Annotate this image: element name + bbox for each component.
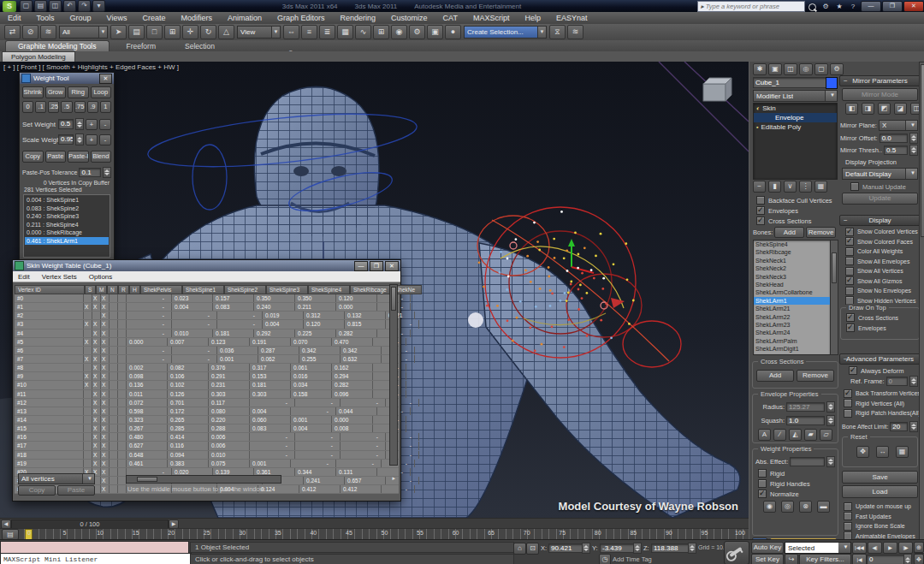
checkbox-row[interactable]: Back Transform Vertices (844, 389, 920, 398)
checkbox-row[interactable]: Show No Envelopes (845, 287, 920, 295)
y-coordinate-field[interactable]: -3.439 (600, 543, 636, 553)
checkbox-row[interactable]: Show Colored Faces (845, 237, 920, 246)
manual-update-row[interactable]: Manual Update (850, 182, 906, 191)
bone-list-item[interactable]: ShekNeck2 (754, 264, 830, 272)
checkbox-icon[interactable] (844, 389, 852, 398)
menu-item[interactable]: MAXScript (465, 12, 518, 24)
select-and-link-icon[interactable]: ⇄ (4, 25, 21, 39)
object-name-field[interactable]: Cube_1 (753, 77, 828, 88)
checkbox-icon[interactable] (845, 247, 854, 256)
checkbox-row[interactable]: Fast Updates (844, 512, 920, 520)
menu-item[interactable]: Graph Editors (270, 12, 333, 24)
modifier-stack-item[interactable]: Envelope (754, 113, 837, 122)
checkbox-icon[interactable] (758, 469, 767, 478)
select-by-name-icon[interactable]: ▤ (128, 25, 145, 39)
menu-item[interactable]: Create (134, 12, 173, 24)
time-ruler[interactable]: ▤ 05101520253035404550556065707580859095… (0, 528, 749, 540)
close-icon[interactable]: ✕ (99, 74, 112, 84)
display-tab[interactable]: ▢ (814, 63, 828, 75)
abs-effect-field[interactable] (790, 457, 825, 466)
ribbon-tab[interactable]: Selection (173, 41, 227, 51)
save-file-icon[interactable]: ◫ (49, 0, 62, 12)
checkbox-row[interactable]: Show Colored Vertices (845, 228, 920, 236)
weight-table-row[interactable]: #2 X - - - 0.019 0.312 0.132 0.421 (15, 312, 399, 320)
communication-icon[interactable]: ★ (833, 2, 845, 11)
weight-preset-button[interactable]: .1 (35, 101, 46, 113)
current-frame-field[interactable]: 0 (867, 555, 906, 564)
scale-up-button[interactable]: + (86, 134, 98, 145)
ref-frame-spinner[interactable] (909, 376, 918, 387)
search-binoculars-icon[interactable] (806, 2, 818, 11)
make-unique-icon[interactable]: ∨ (784, 181, 797, 193)
menu-item[interactable]: EASYnat (548, 12, 595, 24)
column-header[interactable]: ShekSpine1 (182, 285, 224, 294)
radius-field[interactable]: 125.27 (786, 402, 825, 412)
checkbox-row[interactable]: Backface Cull Vertices (756, 196, 838, 205)
redo-icon[interactable]: ↷ (78, 0, 91, 12)
info-center-search[interactable]: ▸ Type a keyword or phrase (697, 1, 805, 12)
curve-editor-icon[interactable]: ∿ (355, 25, 371, 39)
menu-item[interactable]: Tools (29, 12, 62, 24)
schematic-view-icon[interactable]: ⊞ (373, 25, 389, 39)
bone-list-item[interactable]: ShekHead (754, 281, 830, 288)
weight-table-menu-item[interactable]: Edit (18, 273, 30, 281)
reset-selected-bone-icon[interactable]: ↔ (876, 446, 889, 458)
checkbox-row[interactable]: Envelopes (846, 324, 919, 332)
selection-set-dropdown[interactable]: Selected▼ (785, 542, 851, 554)
checkbox-icon[interactable] (845, 287, 854, 295)
selection-lock-icon[interactable]: ⌂ (513, 543, 526, 555)
graphite-toggle-icon[interactable]: ▦ (337, 25, 353, 39)
bone-list-item[interactable]: ShekLArm24 (754, 329, 830, 336)
weight-table-row[interactable]: #15 X X 0.267 0.285 0.288 0.083 0.004 0.… (15, 424, 399, 433)
ribbon-tab[interactable]: Graphite Modeling Tools (5, 40, 110, 51)
set-key-button[interactable]: Set Key (751, 554, 784, 564)
zoom-icon[interactable]: ⊕ (914, 542, 924, 553)
maximize-icon[interactable]: ❐ (370, 261, 383, 271)
checkbox-row[interactable]: Cross Sections (756, 217, 838, 225)
weight-preset-button[interactable]: .25 (48, 101, 59, 113)
window-crossing-icon[interactable]: ⊞ (164, 25, 181, 39)
ribbon-collapse-button[interactable]: ▾ (289, 42, 303, 50)
weight-table-row[interactable]: #12 X X 0.072 0.701 0.117 - - - - (15, 399, 399, 407)
scroll-right-icon[interactable]: ▸ (392, 475, 395, 482)
vertical-scrollbar[interactable] (389, 284, 398, 466)
weight-preset-button[interactable]: 0 (22, 101, 33, 113)
menu-item[interactable]: Modifiers (173, 12, 220, 24)
checkbox-icon[interactable] (758, 490, 767, 498)
checkbox-row[interactable]: Show All Vertices (845, 267, 920, 276)
maxscript-mini-listener-output[interactable]: MAXScript Mini Listener (0, 553, 192, 564)
absolute-effect-icon[interactable]: A (758, 429, 771, 441)
remove-modifier-icon[interactable]: ⋮ (799, 181, 812, 193)
project-folder-icon[interactable]: ▾ (92, 0, 105, 12)
vertex-weight-item[interactable]: 0.461 : ShekLArm1 (25, 237, 109, 246)
auto-key-button[interactable]: Auto Key (751, 542, 784, 554)
copy-paste-button[interactable]: Paste-Pos (68, 151, 89, 163)
bone-list-item[interactable]: ShekLArmPalm (754, 337, 830, 345)
include-vertices-icon[interactable]: ◎ (781, 501, 794, 513)
display-projection-dropdown[interactable]: Default Display▼ (842, 168, 918, 180)
copy-paste-button[interactable]: Copy (22, 151, 44, 163)
checkbox-icon[interactable] (844, 522, 852, 531)
select-and-move-icon[interactable]: ✛ (182, 25, 198, 39)
falloff-icon[interactable]: ∕ (773, 429, 786, 441)
update-button[interactable]: Update (842, 193, 918, 205)
column-header[interactable]: ShekSpine2 (224, 285, 266, 294)
checkbox-row[interactable]: Rigid Vertices (All) (844, 399, 920, 407)
select-and-rotate-icon[interactable]: ↻ (200, 25, 216, 39)
bone-list-item[interactable]: ShekRibcage (754, 248, 830, 256)
checkbox-icon[interactable] (844, 512, 852, 520)
column-header[interactable]: R (118, 285, 129, 294)
paste-options-icon[interactable]: ▱ (820, 429, 832, 441)
viewport-label[interactable]: [ + ] [ Front ] [ Smooth + Highlights + … (3, 63, 179, 71)
open-file-icon[interactable]: ▤ (34, 0, 47, 12)
vertex-weight-list[interactable]: 0.004 : ShekSpine10.083 : ShekSpine20.24… (23, 194, 110, 258)
bone-affect-limit-spinner[interactable] (909, 421, 918, 432)
weight-table-row[interactable]: #18 X X 0.648 0.094 0.010 - - - - (15, 451, 399, 460)
checkbox-icon[interactable] (844, 409, 852, 418)
mirror-threshold-spinner[interactable] (909, 145, 918, 156)
weight-preset-button[interactable]: .75 (74, 101, 86, 113)
reference-coordinate-dropdown[interactable]: View▼ (237, 26, 281, 39)
load-envelopes-button[interactable]: Load (842, 485, 918, 498)
weight-table-row[interactable]: #8 X X 0.002 0.082 0.376 0.317 0.061 0.1… (15, 364, 399, 372)
mirror-offset-field[interactable]: 0.0 (880, 134, 908, 143)
